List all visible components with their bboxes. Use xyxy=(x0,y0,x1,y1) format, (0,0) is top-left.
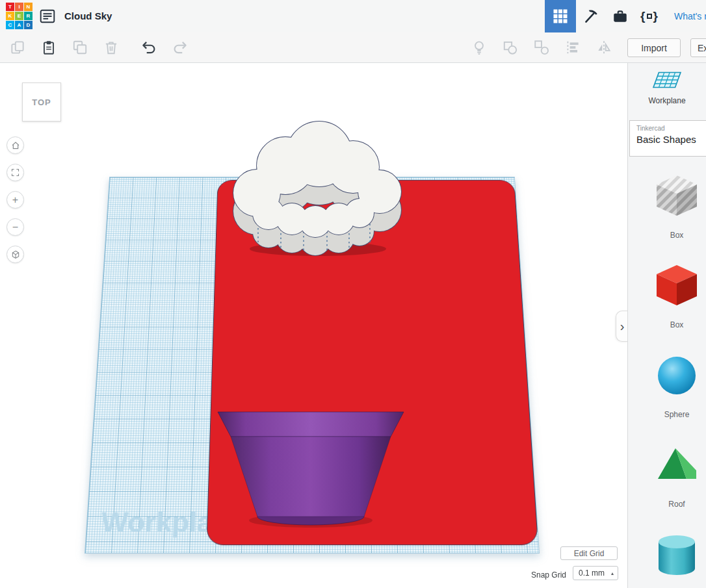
workplane-tool-button[interactable]: Workplane xyxy=(628,63,706,105)
briefcase-icon xyxy=(612,8,629,25)
redo-icon[interactable] xyxy=(172,39,189,56)
main-toolbar: Import Export xyxy=(0,32,706,63)
codeblocks-icon: {} xyxy=(640,9,658,23)
snap-grid-label: Snap Grid xyxy=(531,570,566,580)
group-icon[interactable] xyxy=(502,39,519,56)
logo-letter: I xyxy=(15,3,23,11)
cylinder-icon xyxy=(653,531,701,578)
whats-new-link[interactable]: What's new xyxy=(674,11,706,21)
logo-letter: T xyxy=(6,3,14,11)
duplicate-icon[interactable] xyxy=(72,39,88,56)
shape-item-sphere[interactable]: Sphere xyxy=(653,352,701,419)
logo-letter: C xyxy=(6,21,14,29)
toolbar-left xyxy=(9,32,189,62)
export-button[interactable]: Export xyxy=(690,38,706,57)
gallery-button[interactable] xyxy=(605,0,634,32)
pot-object[interactable] xyxy=(215,409,407,532)
shape-item-box-red[interactable]: Box xyxy=(653,262,701,329)
chevron-right-icon: › xyxy=(620,319,625,334)
logo-letter: A xyxy=(15,21,23,29)
shapes-panel: Workplane Tinkercad Basic Shapes Box xyxy=(627,63,706,588)
cube-icon xyxy=(10,249,21,260)
logo-letter: D xyxy=(24,21,33,29)
list-icon xyxy=(39,8,56,25)
library-label: Tinkercad xyxy=(636,125,706,132)
sphere-icon xyxy=(653,352,701,398)
shape-label: Box xyxy=(653,231,701,240)
toolbar-right xyxy=(471,32,612,62)
shape-label: Sphere xyxy=(653,410,701,419)
ungroup-icon[interactable] xyxy=(533,39,550,56)
pickaxe-button[interactable] xyxy=(576,0,605,32)
workplane-grid-icon xyxy=(652,70,682,90)
design-title[interactable]: Cloud Sky xyxy=(64,0,112,32)
header-actions: {} What's new xyxy=(545,0,706,32)
import-button[interactable]: Import xyxy=(627,38,681,57)
box-striped-icon xyxy=(653,172,701,219)
cloud-object[interactable] xyxy=(219,114,409,263)
logo-letter: N xyxy=(24,3,33,11)
category-label: Basic Shapes xyxy=(636,134,706,145)
home-view-button[interactable] xyxy=(7,136,24,154)
edit-grid-button[interactable]: Edit Grid xyxy=(560,546,618,560)
shape-list: Box Box Sphere xyxy=(628,172,706,588)
undo-icon[interactable] xyxy=(140,39,157,56)
paste-icon[interactable] xyxy=(40,39,57,56)
trash-icon[interactable] xyxy=(103,39,120,56)
home-icon xyxy=(10,140,21,151)
shape-item-box-striped[interactable]: Box xyxy=(653,172,701,240)
view-cube[interactable]: TOP xyxy=(22,83,61,121)
snap-grid-value: 0.1 mm xyxy=(579,569,605,578)
roof-icon xyxy=(653,441,701,488)
view-blocks-button[interactable] xyxy=(545,0,576,32)
align-icon[interactable] xyxy=(564,39,581,56)
logo-letter: K xyxy=(6,12,14,20)
design-menu-button[interactable] xyxy=(39,8,56,25)
zoom-in-button[interactable]: + xyxy=(7,191,24,209)
caret-up-icon: ▴ xyxy=(611,570,614,576)
shape-item-cylinder-partial[interactable] xyxy=(653,531,701,588)
app-header: T I N K E R C A D Cloud Sky xyxy=(0,0,706,32)
minus-icon: − xyxy=(12,222,18,233)
show-all-lightbulb-icon[interactable] xyxy=(471,39,488,56)
perspective-toggle-button[interactable] xyxy=(7,246,24,263)
copy-icon[interactable] xyxy=(9,39,26,56)
fit-view-icon xyxy=(10,168,20,177)
blocks-grid-icon xyxy=(553,8,568,24)
pickaxe-icon xyxy=(582,8,599,25)
shape-label: Roof xyxy=(653,500,701,509)
logo-letter: E xyxy=(15,12,23,20)
zoom-out-button[interactable]: − xyxy=(7,218,24,236)
codeblocks-button[interactable]: {} xyxy=(634,0,664,32)
panel-collapse-tab[interactable]: › xyxy=(616,311,628,342)
shape-item-roof[interactable]: Roof xyxy=(653,441,701,509)
workplane-tool-label: Workplane xyxy=(628,96,706,105)
plus-icon: + xyxy=(12,194,18,206)
shape-category-dropdown[interactable]: Tinkercad Basic Shapes xyxy=(629,120,706,157)
snap-grid-select[interactable]: 0.1 mm ▴ xyxy=(573,566,618,580)
logo-letter: R xyxy=(24,12,33,20)
mirror-icon[interactable] xyxy=(595,39,612,56)
box-red-icon xyxy=(653,262,701,309)
tinkercad-logo[interactable]: T I N K E R C A D xyxy=(6,3,34,31)
shape-label: Box xyxy=(653,320,701,329)
canvas-viewport: TOP + − Workplane xyxy=(0,63,627,588)
fit-view-button[interactable] xyxy=(7,164,24,181)
